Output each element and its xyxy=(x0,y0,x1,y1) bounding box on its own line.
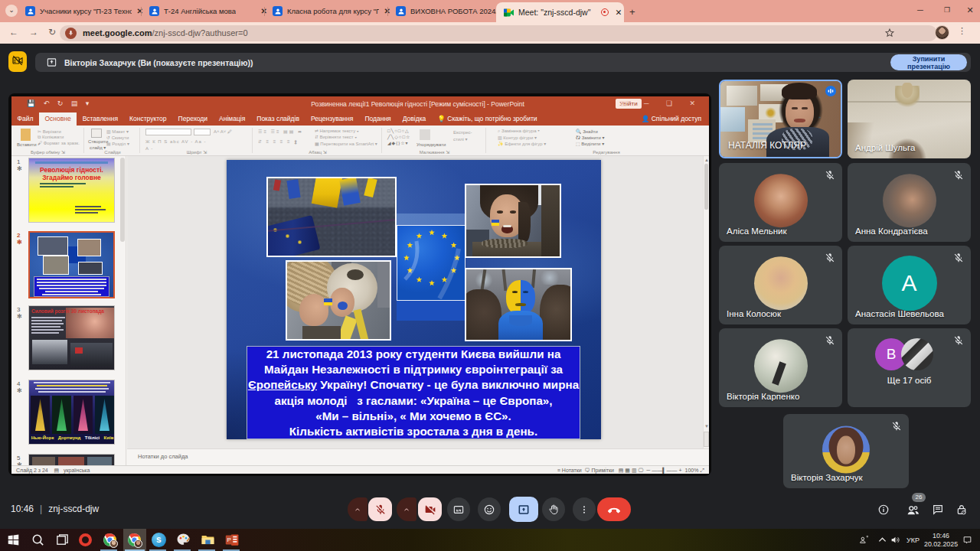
svg-text:P: P xyxy=(227,536,231,543)
